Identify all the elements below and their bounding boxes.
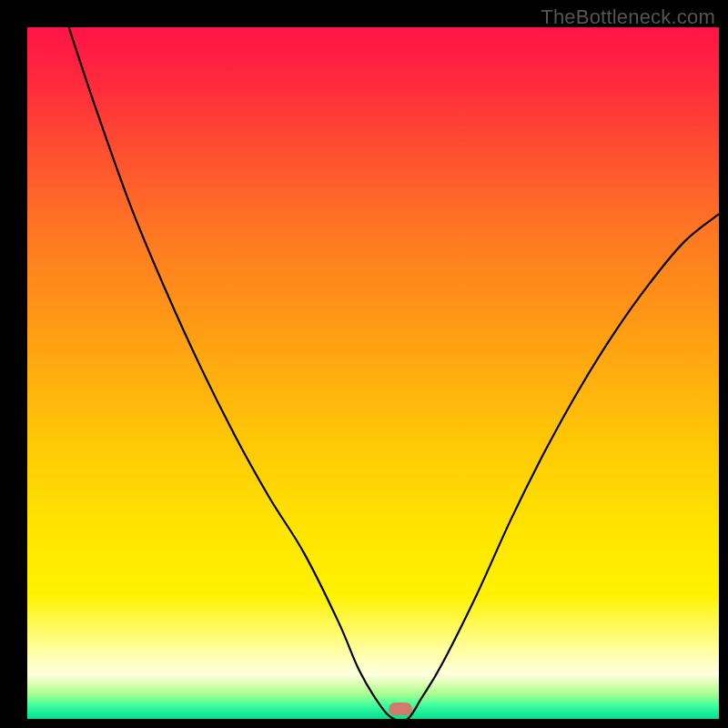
optimal-marker: [389, 703, 412, 715]
curve-svg: [27, 27, 719, 719]
bottleneck-curve: [69, 27, 719, 719]
watermark-text: TheBottleneck.com: [541, 5, 715, 29]
plot-area: [27, 27, 719, 719]
